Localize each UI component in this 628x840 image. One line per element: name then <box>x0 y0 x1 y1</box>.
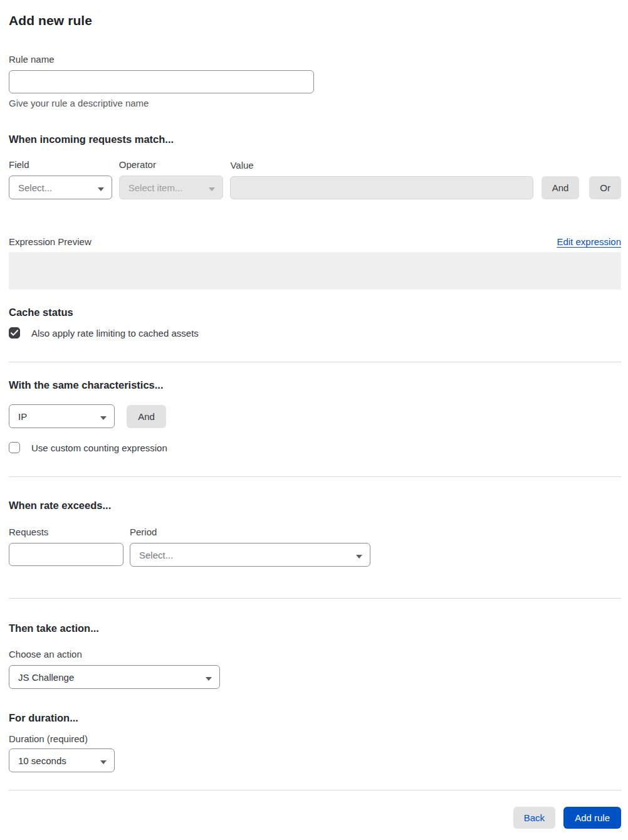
match-condition-row: Field Select... Operator Select item... <box>9 159 621 199</box>
rule-name-section: Rule name Give your rule a descriptive n… <box>9 54 621 108</box>
custom-counting-checkbox-label: Use custom counting expression <box>31 443 167 453</box>
duration-select[interactable]: 10 seconds <box>9 748 115 772</box>
duration-heading: For duration... <box>9 712 621 724</box>
or-button[interactable]: Or <box>589 176 621 199</box>
field-select-value: Select... <box>18 182 52 193</box>
operator-label: Operator <box>119 159 224 171</box>
period-select-value: Select... <box>139 550 173 560</box>
field-select[interactable]: Select... <box>9 176 112 199</box>
edit-expression-link[interactable]: Edit expression <box>557 236 621 247</box>
operator-select: Select item... <box>119 176 224 199</box>
duration-select-value: 10 seconds <box>18 755 66 766</box>
add-rule-form: Add new rule Rule name Give your rule a … <box>0 0 628 837</box>
footer-actions: Back Add rule <box>9 807 621 829</box>
characteristics-and-button[interactable]: And <box>127 405 166 428</box>
period-label: Period <box>130 527 370 538</box>
divider <box>9 790 621 790</box>
action-select-value: JS Challenge <box>18 672 74 683</box>
and-button[interactable]: And <box>542 176 580 199</box>
match-section: When incoming requests match... Field Se… <box>9 134 621 290</box>
value-input <box>230 176 533 199</box>
characteristics-row: IP And <box>9 404 621 428</box>
cache-status-section: Cache status Also apply rate limiting to… <box>9 307 621 339</box>
chevron-down-icon <box>206 672 212 683</box>
rule-name-label: Rule name <box>9 54 621 65</box>
divider <box>9 598 621 599</box>
expression-preview-label: Expression Preview <box>9 236 92 247</box>
cache-checkbox-row: Also apply rate limiting to cached asset… <box>9 327 621 339</box>
action-heading: Then take action... <box>9 622 621 634</box>
chevron-down-icon <box>356 550 362 560</box>
divider <box>9 362 621 362</box>
cache-status-heading: Cache status <box>9 307 621 318</box>
add-rule-button[interactable]: Add rule <box>563 807 621 829</box>
characteristic-select[interactable]: IP <box>9 404 115 428</box>
match-heading: When incoming requests match... <box>9 134 621 145</box>
requests-input[interactable] <box>9 543 123 566</box>
characteristic-select-value: IP <box>18 411 27 422</box>
chevron-down-icon <box>209 182 215 193</box>
chevron-down-icon <box>100 755 107 766</box>
operator-select-value: Select item... <box>128 182 183 193</box>
custom-counting-row: Use custom counting expression <box>9 442 621 453</box>
cached-assets-checkbox[interactable] <box>9 327 20 339</box>
back-button[interactable]: Back <box>513 807 555 829</box>
value-label: Value <box>230 160 533 171</box>
custom-counting-checkbox[interactable] <box>9 442 20 453</box>
expression-preview-box <box>9 252 621 290</box>
action-section: Then take action... Choose an action JS … <box>9 622 621 689</box>
rate-labels-row: Requests Period Select... <box>9 527 621 567</box>
rate-section: When rate exceeds... Requests Period Sel… <box>9 500 621 567</box>
duration-label: Duration (required) <box>9 733 621 745</box>
page-title: Add new rule <box>9 13 621 28</box>
chevron-down-icon <box>98 182 104 193</box>
cached-assets-checkbox-label: Also apply rate limiting to cached asset… <box>31 328 199 339</box>
action-select[interactable]: JS Challenge <box>9 665 220 689</box>
checkmark-icon <box>11 327 18 339</box>
period-select[interactable]: Select... <box>130 543 370 567</box>
rule-name-input[interactable] <box>9 70 314 93</box>
chevron-down-icon <box>100 411 107 422</box>
action-label: Choose an action <box>9 649 621 660</box>
duration-section: For duration... Duration (required) 10 s… <box>9 712 621 772</box>
requests-label: Requests <box>9 527 123 538</box>
field-label: Field <box>9 159 112 171</box>
divider <box>9 476 621 477</box>
rule-name-helper: Give your rule a descriptive name <box>9 98 621 108</box>
expression-preview-header: Expression Preview Edit expression <box>9 236 621 247</box>
characteristics-heading: With the same characteristics... <box>9 379 621 391</box>
characteristics-section: With the same characteristics... IP And … <box>9 379 621 453</box>
rate-heading: When rate exceeds... <box>9 500 621 512</box>
